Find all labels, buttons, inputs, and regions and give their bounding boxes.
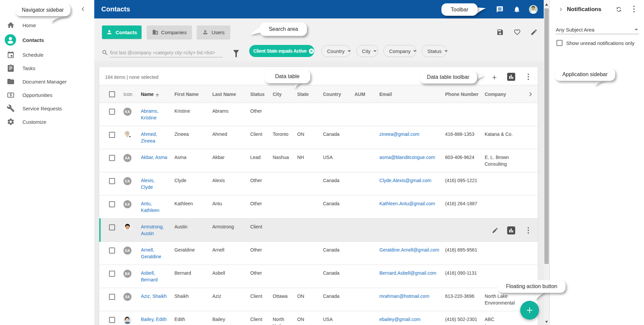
svg-text:$: $ (10, 93, 12, 97)
